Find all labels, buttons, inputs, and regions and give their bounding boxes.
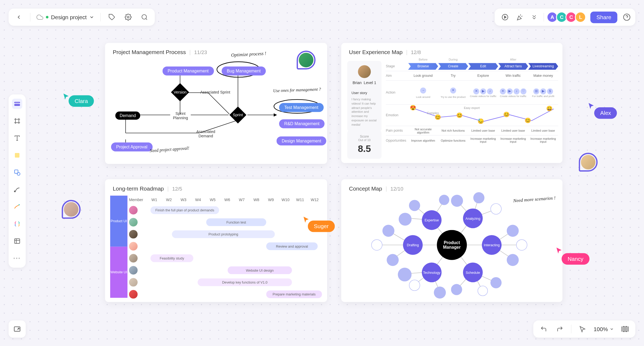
card-roadmap[interactable]: Long-term Roadmap | 12/5 Product UI Webs… — [105, 179, 327, 302]
flow-diamond[interactable]: Version — [171, 83, 189, 101]
flow-node[interactable]: Project Approval — [111, 142, 153, 151]
card-title: Concept Map — [349, 185, 382, 192]
concept-node[interactable]: Analyzing — [463, 208, 483, 228]
flow-diamond[interactable]: Sprint — [229, 107, 246, 124]
tag-icon[interactable] — [107, 12, 117, 22]
card-concept-map[interactable]: Concept Map | 12/10 Product Manager Expe… — [341, 179, 562, 302]
persona-avatar — [358, 65, 371, 78]
svg-line-30 — [208, 93, 229, 114]
svg-point-19 — [14, 191, 15, 192]
cursor-icon[interactable] — [577, 324, 588, 334]
sticky-note-tool[interactable] — [12, 150, 22, 160]
mind-map-tool[interactable] — [12, 219, 22, 229]
user-avatar-bubble[interactable] — [62, 200, 81, 219]
frame-tool[interactable] — [12, 116, 22, 126]
flow-node[interactable]: Product Management — [162, 66, 214, 75]
select-tool[interactable] — [12, 99, 22, 109]
svg-rect-9 — [15, 104, 20, 105]
cursor-label-nancy: Nancy — [562, 253, 589, 265]
concept-node[interactable]: Schedule — [463, 262, 483, 282]
project-name: Design project — [51, 14, 87, 21]
concept-center[interactable]: Product Manager — [437, 230, 467, 260]
svg-marker-5 — [505, 16, 506, 18]
more-tools[interactable]: ••• — [12, 253, 22, 263]
card-title: Long-term Roadmap — [113, 185, 164, 192]
card-date: 12/8 — [411, 49, 421, 55]
avatar[interactable]: L — [575, 12, 586, 23]
roadmap-task[interactable]: Product prototyping — [172, 230, 275, 238]
card-process[interactable]: Project Management Process | 11/23 Produ… — [105, 43, 327, 164]
card-title: User Experience Map — [349, 49, 403, 55]
card-date: 12/5 — [172, 185, 182, 191]
roadmap-group[interactable]: Website UI — [110, 247, 127, 298]
cursor-label-alex: Alex — [594, 107, 617, 119]
flow-node[interactable]: Bug Management — [222, 66, 266, 75]
project-selector[interactable]: Design project — [36, 14, 94, 21]
user-avatar-bubble[interactable] — [297, 51, 316, 69]
cursor-label-suger: Suger — [308, 221, 335, 232]
undo-button[interactable] — [538, 324, 549, 334]
minimap-toggle[interactable] — [9, 320, 26, 337]
connector-tool[interactable] — [12, 184, 22, 195]
left-toolbar: ••• — [9, 94, 26, 268]
roadmap-task[interactable]: Review and approval — [266, 242, 318, 250]
score-panel: Score Out of 10 8.5 — [347, 130, 381, 159]
search-icon[interactable] — [139, 12, 150, 22]
flow-label: Associated Demand — [191, 129, 221, 138]
settings-icon[interactable] — [123, 12, 133, 22]
concept-node[interactable]: Drafting — [403, 235, 423, 255]
concept-node[interactable]: Expertise — [422, 210, 442, 230]
flow-label: Associated Sprint — [200, 90, 230, 94]
user-avatar-bubble[interactable] — [579, 153, 598, 172]
svg-rect-16 — [15, 153, 19, 158]
svg-line-3 — [146, 18, 147, 20]
bottom-controls: 100% — [533, 320, 635, 337]
svg-point-2 — [142, 15, 146, 19]
table-tool[interactable] — [12, 236, 22, 246]
zoom-control[interactable]: 100% — [594, 326, 614, 332]
flow-label: Sprint Planning — [168, 112, 193, 120]
fit-view-icon[interactable] — [620, 324, 630, 334]
card-ux-map[interactable]: User Experience Map | 12/8 Brian Level 1… — [341, 43, 562, 163]
card-title: Project Management Process — [113, 49, 186, 55]
concept-node[interactable]: Interacting — [482, 235, 502, 255]
collaborator-avatars[interactable]: A C C L — [548, 12, 586, 23]
roadmap-task[interactable]: Finish the full plan of product demands — [150, 206, 219, 214]
roadmap-task[interactable]: Feasibility study — [150, 254, 193, 262]
annotation: Use ones for management ? — [273, 87, 321, 93]
ux-grid: Before During After Stage Browse Create … — [386, 56, 558, 145]
roadmap-group[interactable]: Product UI — [110, 196, 127, 247]
cursor-icon — [588, 102, 596, 110]
redo-button[interactable] — [555, 324, 565, 334]
pen-tool[interactable] — [12, 202, 22, 212]
svg-point-20 — [19, 204, 20, 205]
play-icon[interactable] — [500, 12, 510, 22]
svg-marker-34 — [274, 114, 277, 117]
celebration-icon[interactable] — [515, 12, 525, 22]
roadmap-task[interactable]: Website UI design — [228, 267, 292, 274]
roadmap-task[interactable]: Function test — [206, 218, 266, 226]
svg-point-1 — [128, 16, 129, 18]
cursor-icon — [556, 247, 564, 255]
flow-node[interactable]: Demand — [115, 112, 140, 120]
flow-node[interactable]: Test Management — [279, 103, 323, 112]
svg-rect-8 — [15, 102, 20, 103]
text-tool[interactable] — [12, 133, 22, 143]
concept-node[interactable]: Technology — [422, 262, 442, 282]
card-date: 11/23 — [194, 49, 207, 55]
svg-point-18 — [17, 172, 20, 175]
share-button[interactable]: Share — [591, 11, 618, 23]
persona-panel: Brian Level 1 User story I fancy making … — [347, 61, 381, 131]
more-options-icon[interactable] — [529, 12, 539, 22]
roadmap-task[interactable]: Prepare marketing materials — [266, 290, 322, 298]
annotation: Need project approval! — [149, 146, 189, 153]
back-button[interactable] — [14, 12, 24, 22]
card-date: 12/10 — [390, 185, 403, 191]
help-icon[interactable] — [622, 12, 632, 22]
topbar-left: Design project — [9, 9, 155, 26]
shape-tool[interactable] — [12, 167, 22, 178]
flow-node[interactable]: R&D Management — [279, 119, 325, 128]
flow-node[interactable]: Design Management — [277, 137, 327, 145]
roadmap-task[interactable]: Develop key functions of V1.0 — [198, 278, 292, 286]
cursor-label-clara: Clara — [69, 95, 94, 107]
